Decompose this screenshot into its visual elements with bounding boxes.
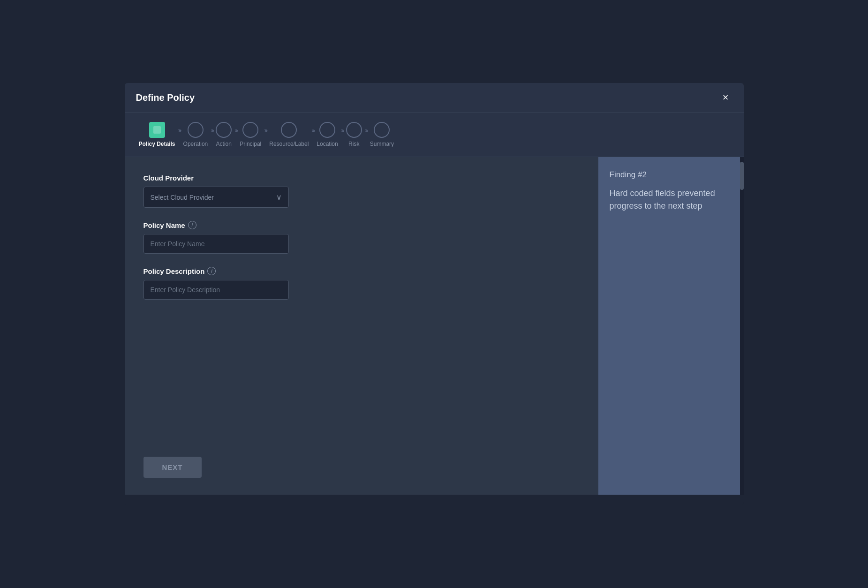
next-button[interactable]: NEXT xyxy=(143,457,202,478)
step-resource-label[interactable]: Resource/Label xyxy=(269,122,309,147)
step-label-policy-details: Policy Details xyxy=(139,141,175,147)
policy-description-group: Policy Description i xyxy=(143,267,580,300)
step-policy-details[interactable]: Policy Details xyxy=(139,122,175,147)
step-circle-principal xyxy=(242,122,258,138)
policy-description-label: Policy Description i xyxy=(143,267,580,275)
cloud-provider-select[interactable]: Select Cloud Provider ∨ xyxy=(143,187,289,208)
chevron-down-icon: ∨ xyxy=(276,193,282,202)
policy-name-label: Policy Name i xyxy=(143,221,580,229)
policy-name-input[interactable] xyxy=(143,234,289,254)
cloud-provider-group: Cloud Provider Select Cloud Provider ∨ xyxy=(143,174,580,208)
step-arrow-5: ››› xyxy=(311,127,314,143)
step-summary[interactable]: Summary xyxy=(370,122,394,147)
finding-panel: Finding #2 Hard coded fields prevented p… xyxy=(598,157,744,495)
step-arrow-2: ››› xyxy=(211,127,213,143)
step-label-summary: Summary xyxy=(370,141,394,147)
step-action[interactable]: Action xyxy=(216,122,232,147)
step-risk[interactable]: Risk xyxy=(346,122,362,147)
scrollbar-thumb xyxy=(740,162,744,190)
step-arrow-3: ››› xyxy=(234,127,237,143)
step-principal[interactable]: Principal xyxy=(240,122,261,147)
define-policy-modal: Define Policy × Policy Details ››› Opera… xyxy=(125,83,744,505)
step-circle-resource-label xyxy=(281,122,297,138)
step-operation[interactable]: Operation xyxy=(183,122,208,147)
step-label-risk: Risk xyxy=(348,141,359,147)
step-label-principal: Principal xyxy=(240,141,261,147)
step-circle-policy-details xyxy=(149,122,165,138)
cloud-provider-label: Cloud Provider xyxy=(143,174,580,182)
finding-body: Hard coded fields prevented progress to … xyxy=(610,187,732,212)
step-label-resource-label: Resource/Label xyxy=(269,141,309,147)
step-circle-action xyxy=(216,122,232,138)
step-arrow-4: ››› xyxy=(264,127,266,143)
finding-title: Finding #2 xyxy=(610,170,732,180)
step-circle-risk xyxy=(346,122,362,138)
step-label-action: Action xyxy=(216,141,232,147)
policy-description-info-icon: i xyxy=(207,267,216,275)
modal-title: Define Policy xyxy=(136,92,195,103)
step-label-operation: Operation xyxy=(183,141,208,147)
cloud-provider-placeholder: Select Cloud Provider xyxy=(151,194,214,201)
stepper-bar: Policy Details ››› Operation ››› Action … xyxy=(125,113,744,157)
form-panel: Cloud Provider Select Cloud Provider ∨ P… xyxy=(125,157,598,495)
step-arrow-1: ››› xyxy=(178,127,181,143)
modal-header: Define Policy × xyxy=(125,83,744,113)
policy-name-group: Policy Name i xyxy=(143,221,580,254)
policy-description-input[interactable] xyxy=(143,280,289,300)
step-arrow-7: ››› xyxy=(365,127,367,143)
close-button[interactable]: × xyxy=(719,90,732,105)
modal-body: Cloud Provider Select Cloud Provider ∨ P… xyxy=(125,157,744,495)
step-label-location: Location xyxy=(317,141,338,147)
policy-name-info-icon: i xyxy=(188,221,196,229)
step-circle-operation xyxy=(188,122,204,138)
scrollbar[interactable] xyxy=(740,157,744,495)
step-arrow-6: ››› xyxy=(341,127,343,143)
step-circle-summary xyxy=(374,122,390,138)
step-location[interactable]: Location xyxy=(317,122,338,147)
step-circle-location xyxy=(319,122,335,138)
